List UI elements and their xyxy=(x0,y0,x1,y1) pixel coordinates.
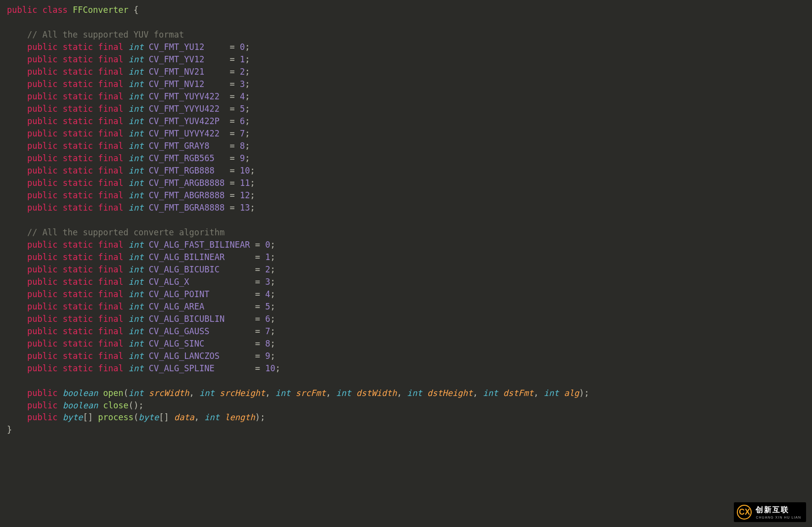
kw-final: final xyxy=(98,289,123,299)
kw-public: public xyxy=(27,178,57,188)
const-value: 1 xyxy=(240,54,245,64)
const-name: CV_FMT_NV21 xyxy=(149,67,205,77)
kw-final: final xyxy=(98,91,123,101)
kw-static: static xyxy=(63,116,93,126)
kw-final: final xyxy=(98,351,123,361)
watermark-logo-icon: CX xyxy=(737,505,752,520)
const-name: CV_FMT_GRAY8 xyxy=(149,141,210,151)
kw-public: public xyxy=(27,91,57,101)
const-value: 4 xyxy=(265,289,270,299)
const-value: 7 xyxy=(240,129,245,138)
type-int: int xyxy=(129,252,144,262)
param-length: length xyxy=(225,412,255,422)
const-name: CV_FMT_YUYV422 xyxy=(149,91,220,101)
method-close: close xyxy=(103,400,129,410)
method-process: process xyxy=(98,412,134,422)
type-boolean: boolean xyxy=(63,388,98,398)
param-dstHeight: dstHeight xyxy=(427,388,473,398)
const-value: 0 xyxy=(265,240,270,250)
kw-static: static xyxy=(63,240,93,250)
param-srcFmt: srcFmt xyxy=(296,388,326,398)
kw-final: final xyxy=(98,203,123,213)
kw-public: public xyxy=(27,339,57,349)
const-name: CV_FMT_BGRA8888 xyxy=(149,203,225,213)
kw-static: static xyxy=(63,91,93,101)
const-value: 11 xyxy=(240,178,250,188)
const-value: 8 xyxy=(240,141,245,151)
const-name: CV_ALG_GAUSS xyxy=(149,326,210,336)
kw-final: final xyxy=(98,79,123,89)
const-value: 2 xyxy=(240,67,245,77)
kw-static: static xyxy=(63,79,93,89)
kw-static: static xyxy=(63,54,93,64)
const-value: 6 xyxy=(240,116,245,126)
type-int: int xyxy=(129,104,144,114)
watermark-en: CHUANG XIN HU LIAN xyxy=(756,515,801,520)
const-name: CV_ALG_POINT xyxy=(149,289,210,299)
param-dstFmt: dstFmt xyxy=(503,388,534,398)
const-name: CV_ALG_X xyxy=(149,277,189,287)
kw-final: final xyxy=(98,277,123,287)
kw-public: public xyxy=(27,412,57,422)
type-int: int xyxy=(129,240,144,250)
type-int: int xyxy=(129,116,144,126)
const-value: 5 xyxy=(265,302,270,311)
type-int: int xyxy=(129,388,144,398)
const-value: 4 xyxy=(240,91,245,101)
kw-static: static xyxy=(63,339,93,349)
kw-static: static xyxy=(63,104,93,114)
brace-close: } xyxy=(7,425,12,435)
kw-static: static xyxy=(63,289,93,299)
kw-static: static xyxy=(63,129,93,138)
kw-static: static xyxy=(63,302,93,311)
kw-public: public xyxy=(27,351,57,361)
kw-final: final xyxy=(98,252,123,262)
kw-public: public xyxy=(27,252,57,262)
kw-static: static xyxy=(63,351,93,361)
const-value: 0 xyxy=(240,42,245,52)
const-value: 9 xyxy=(265,351,270,361)
kw-static: static xyxy=(63,141,93,151)
kw-public: public xyxy=(27,54,57,64)
watermark-text: 创新互联 CHUANG XIN HU LIAN xyxy=(756,504,801,520)
param-dstWidth: dstWidth xyxy=(357,388,397,398)
kw-final: final xyxy=(98,129,123,138)
kw-public: public xyxy=(27,141,57,151)
kw-final: final xyxy=(98,42,123,52)
param-alg: alg xyxy=(564,388,579,398)
const-value: 3 xyxy=(265,277,270,287)
type-int: int xyxy=(129,203,144,213)
kw-public: public xyxy=(27,388,57,398)
param-srcHeight: srcHeight xyxy=(220,388,265,398)
type-byte: byte xyxy=(63,412,83,422)
const-name: CV_FMT_ABGR8888 xyxy=(149,190,225,200)
kw-class: class xyxy=(43,5,68,15)
type-int: int xyxy=(129,363,144,373)
const-name: CV_ALG_BICUBLIN xyxy=(149,314,225,324)
const-name: CV_FMT_RGB888 xyxy=(149,166,215,176)
kw-public: public xyxy=(27,116,57,126)
type-int: int xyxy=(129,166,144,176)
const-value: 10 xyxy=(265,363,275,373)
kw-static: static xyxy=(63,314,93,324)
kw-static: static xyxy=(63,67,93,77)
type-int: int xyxy=(129,141,144,151)
type-int: int xyxy=(129,339,144,349)
kw-static: static xyxy=(63,153,93,163)
kw-public: public xyxy=(27,289,57,299)
const-name: CV_FMT_RGB565 xyxy=(149,153,215,163)
type-int: int xyxy=(129,129,144,138)
const-name: CV_FMT_NV12 xyxy=(149,79,205,89)
kw-static: static xyxy=(63,363,93,373)
const-value: 6 xyxy=(265,314,270,324)
type-int: int xyxy=(129,289,144,299)
const-value: 1 xyxy=(265,252,270,262)
const-value: 12 xyxy=(240,190,250,200)
kw-public: public xyxy=(27,277,57,287)
type-int: int xyxy=(129,67,144,77)
const-value: 2 xyxy=(265,264,270,274)
type-int: int xyxy=(407,388,422,398)
kw-public: public xyxy=(27,302,57,311)
type-int: int xyxy=(129,351,144,361)
const-name: CV_ALG_AREA xyxy=(149,302,205,311)
